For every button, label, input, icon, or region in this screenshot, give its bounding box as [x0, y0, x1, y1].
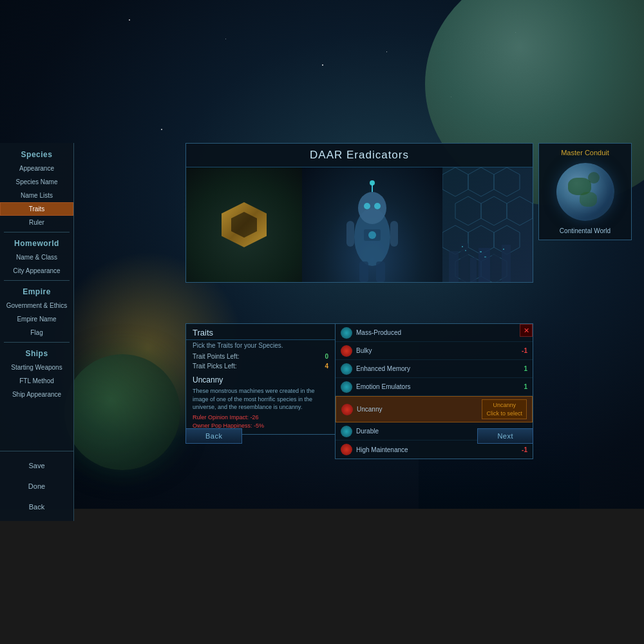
trait-value-bulky: -1	[522, 347, 527, 354]
svg-rect-5	[390, 221, 398, 247]
back-button[interactable]: Back	[185, 428, 242, 444]
trait-name-uncanny: Uncanny	[357, 406, 482, 413]
svg-point-11	[368, 231, 376, 239]
svg-point-9	[370, 180, 375, 185]
sidebar-item-government[interactable]: Government & Ethics	[0, 299, 73, 312]
sidebar-item-ftl-method[interactable]: FTL Method	[0, 374, 73, 388]
species-image-area	[186, 167, 533, 282]
sidebar-section-homeworld: Homeworld	[0, 235, 73, 251]
svg-rect-19	[513, 261, 526, 282]
trait-value-high-maintenance: -1	[522, 446, 527, 453]
sidebar-section-ships: Ships	[0, 345, 73, 361]
sidebar-item-species-name[interactable]: Species Name	[0, 175, 73, 189]
trait-name-bulky: Bulky	[356, 347, 522, 354]
homeworld-panel: Master Conduit Continental World	[538, 143, 632, 240]
planet-type-label: Continental World	[560, 227, 611, 234]
save-button[interactable]: Save	[4, 456, 70, 475]
traits-left-panel: Traits Pick the Traits for your Species.…	[185, 323, 335, 435]
small-planet	[64, 354, 180, 470]
sidebar-item-flag[interactable]: Flag	[0, 326, 73, 339]
ruler-opinion-impact: Ruler Opinion Impact: -26	[186, 413, 335, 422]
svg-rect-24	[503, 249, 504, 250]
svg-rect-7	[376, 261, 385, 282]
sidebar-item-appearance[interactable]: Appearance	[0, 162, 73, 175]
svg-rect-16	[478, 248, 490, 282]
svg-point-2	[364, 203, 370, 209]
trait-name-emotion-emulators: Emotion Emulators	[356, 383, 524, 390]
trait-icon-emotion-emulators	[341, 381, 352, 393]
svg-rect-17	[492, 254, 500, 282]
homeworld-label: Master Conduit	[561, 149, 609, 156]
svg-marker-12	[442, 167, 468, 196]
trait-row-mass-produced[interactable]: Mass-Produced 1	[336, 324, 533, 342]
trait-icon-mass-produced	[341, 327, 352, 339]
sidebar-item-name-lists[interactable]: Name Lists	[0, 189, 73, 202]
trait-icon-high-maintenance	[341, 444, 352, 455]
svg-point-1	[358, 192, 386, 224]
trait-row-emotion-emulators[interactable]: Emotion Emulators 1	[336, 378, 533, 396]
svg-rect-22	[480, 251, 482, 252]
svg-rect-4	[346, 221, 354, 247]
sidebar-section-empire: Empire	[0, 283, 73, 299]
points-left-label: Trait Points Left:	[193, 353, 239, 360]
tooltip-line2: Click to select	[486, 410, 522, 418]
species-panel: DAAR Eradicators	[185, 143, 533, 283]
trait-row-uncanny[interactable]: Uncanny Uncanny Click to select	[336, 396, 533, 422]
picks-left-value: 4	[325, 363, 328, 370]
svg-rect-20	[462, 246, 463, 247]
close-button[interactable]: ✕	[520, 324, 533, 337]
selected-trait-description: These monstrous machines were created in…	[186, 386, 335, 413]
trait-row-bulky[interactable]: Bulky -1	[336, 342, 533, 360]
trait-name-high-maintenance: High Maintenance	[356, 446, 522, 453]
trait-icon-enhanced-memory	[341, 363, 352, 375]
planet-sphere	[556, 163, 614, 221]
uncanny-tooltip: Uncanny Click to select	[482, 399, 527, 419]
sidebar-item-empire-name[interactable]: Empire Name	[0, 312, 73, 326]
sidebar-divider-3	[4, 342, 70, 343]
svg-rect-6	[359, 261, 368, 282]
picks-left-label: Trait Picks Left:	[193, 363, 237, 370]
selected-trait-name: Uncanny	[186, 373, 335, 386]
done-button[interactable]: Done	[4, 477, 70, 496]
trait-name-mass-produced: Mass-Produced	[356, 329, 524, 336]
trait-icon-uncanny	[341, 404, 353, 415]
sidebar-item-city-appearance[interactable]: City Appearance	[0, 264, 73, 278]
points-left-value: 0	[325, 353, 328, 360]
sidebar-item-ruler[interactable]: Ruler	[0, 216, 73, 229]
trait-points-row: Trait Points Left: 0	[186, 352, 335, 361]
sidebar-item-ship-appearance[interactable]: Ship Appearance	[0, 388, 73, 401]
svg-rect-21	[465, 250, 466, 251]
tooltip-line1: Uncanny	[486, 401, 522, 410]
traits-subtitle: Pick the Traits for your Species.	[186, 340, 335, 352]
bottom-area	[0, 509, 644, 644]
trait-name-enhanced-memory: Enhanced Memory	[356, 365, 524, 372]
svg-point-3	[374, 203, 381, 209]
svg-rect-23	[484, 256, 486, 258]
trait-value-emotion-emulators: 1	[524, 383, 527, 390]
sidebar-section-species: Species	[0, 146, 73, 162]
svg-rect-14	[460, 243, 468, 282]
species-right-image	[442, 167, 533, 282]
trait-icon-bulky	[341, 345, 352, 357]
sidebar-divider-2	[4, 280, 70, 281]
nav-buttons: Back Next	[185, 428, 533, 444]
trait-row-enhanced-memory[interactable]: Enhanced Memory 1	[336, 360, 533, 378]
sidebar-item-starting-weapons[interactable]: Starting Weapons	[0, 361, 73, 374]
trait-picks-row: Trait Picks Left: 4	[186, 361, 335, 373]
sidebar-item-traits[interactable]: Traits	[0, 202, 73, 216]
species-left-image	[186, 167, 302, 282]
bottom-sidebar: Save Done Back	[0, 451, 74, 521]
species-emblem	[222, 202, 267, 247]
svg-rect-15	[470, 258, 477, 282]
panel-title: DAAR Eradicators	[186, 144, 533, 167]
species-center-image	[302, 167, 442, 282]
trait-value-enhanced-memory: 1	[524, 365, 527, 372]
svg-rect-13	[449, 251, 459, 282]
traits-header: Traits	[186, 324, 335, 340]
sidebar-divider-1	[4, 232, 70, 232]
next-button[interactable]: Next	[477, 428, 533, 444]
svg-rect-18	[502, 245, 511, 282]
back-button-sidebar[interactable]: Back	[4, 497, 70, 516]
sidebar-item-name-class[interactable]: Name & Class	[0, 251, 73, 264]
